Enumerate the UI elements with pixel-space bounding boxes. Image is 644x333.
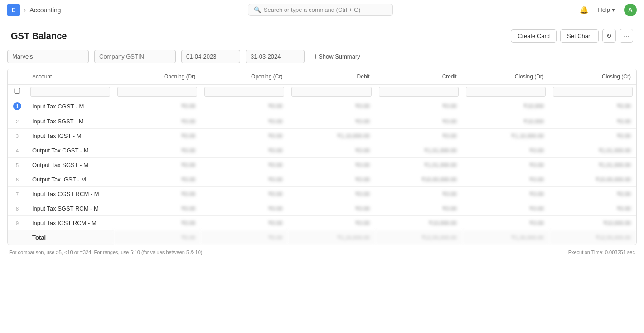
closing-cr-cell: ₹10,00,000.00 xyxy=(549,172,636,187)
row-number-cell: 1 xyxy=(8,98,27,114)
account-name-cell[interactable]: Output Tax SGST - M xyxy=(27,158,114,172)
closing-cr-cell: ₹0.00 xyxy=(549,187,636,201)
notification-bell-icon[interactable]: 🔔 xyxy=(580,5,589,14)
filter-cell-checkbox xyxy=(8,85,27,99)
closing-cr-cell: ₹0.00 xyxy=(549,98,636,114)
show-summary-checkbox[interactable] xyxy=(310,54,316,59)
account-name-cell[interactable]: Output Tax IGST - M xyxy=(27,172,114,187)
topnav-right: 🔔 Help ▾ A xyxy=(580,4,637,16)
avatar[interactable]: A xyxy=(624,4,637,16)
filter-opening-cr-input[interactable] xyxy=(204,87,284,97)
refresh-button[interactable]: ↻ xyxy=(602,29,616,43)
header-actions: Create Card Set Chart ↻ ··· xyxy=(511,29,633,43)
footer-hint: For comparison, use >5, <10 or =324. For… xyxy=(9,250,204,255)
account-name-cell[interactable]: Input Tax SGST RCM - M xyxy=(27,201,114,216)
help-button[interactable]: Help ▾ xyxy=(594,5,619,15)
debit-cell: ₹1,10,000.00 xyxy=(288,129,375,143)
filter-debit-input[interactable] xyxy=(291,87,371,97)
table-row[interactable]: 3Input Tax IGST - M₹0.00₹0.00₹1,10,000.0… xyxy=(8,129,636,143)
account-name-cell[interactable]: Input Tax IGST - M xyxy=(27,129,114,143)
closing-cr-cell: ₹1,01,000.00 xyxy=(549,143,636,158)
account-name-cell[interactable]: Input Tax IGST RCM - M xyxy=(27,216,114,230)
debit-cell: ₹0.00 xyxy=(288,216,375,230)
filters-bar: Show Summary xyxy=(7,50,637,63)
closing-cr-cell: ₹0.00 xyxy=(549,114,636,129)
closing-dr-cell: ₹0.00 xyxy=(462,187,549,201)
table-body: 1Input Tax CGST - M₹0.00₹0.00₹0.00₹0.00₹… xyxy=(8,98,636,245)
date-to-filter[interactable] xyxy=(246,50,305,63)
set-chart-button[interactable]: Set Chart xyxy=(560,29,599,43)
select-all-checkbox[interactable] xyxy=(11,88,23,94)
filter-closing-cr-input[interactable] xyxy=(553,87,633,97)
credit-cell: ₹0.00 xyxy=(375,129,462,143)
filter-account-input[interactable] xyxy=(30,87,110,97)
table-row[interactable]: 1Input Tax CGST - M₹0.00₹0.00₹0.00₹0.00₹… xyxy=(8,98,636,114)
company-filter[interactable] xyxy=(7,50,89,63)
row-number-cell: 5 xyxy=(8,158,27,172)
opening-cr-cell: ₹0.00 xyxy=(201,201,288,216)
account-name-cell[interactable]: Output Tax CGST - M xyxy=(27,143,114,158)
table-row[interactable]: 7Input Tax CGST RCM - M₹0.00₹0.00₹0.00₹0… xyxy=(8,187,636,201)
opening-dr-cell: ₹0.00 xyxy=(114,158,201,172)
filter-cell-opening-cr xyxy=(201,85,288,99)
col-header-debit: Debit xyxy=(288,69,375,85)
table-row[interactable]: 2Input Tax SGST - M₹0.00₹0.00₹0.00₹0.00₹… xyxy=(8,114,636,129)
debit-cell: ₹0.00 xyxy=(288,172,375,187)
col-header-num xyxy=(8,69,27,85)
debit-cell: ₹0.00 xyxy=(288,114,375,129)
filter-cell-account xyxy=(27,85,114,99)
search-bar[interactable]: 🔍 Search or type a command (Ctrl + G) xyxy=(248,4,393,16)
page-title: GST Balance xyxy=(11,31,67,41)
table-row[interactable]: 5Output Tax SGST - M₹0.00₹0.00₹0.00₹1,01… xyxy=(8,158,636,172)
table-row[interactable]: 6Output Tax IGST - M₹0.00₹0.00₹0.00₹10,0… xyxy=(8,172,636,187)
more-options-button[interactable]: ··· xyxy=(620,29,633,43)
app-icon[interactable]: E xyxy=(7,4,20,16)
opening-cr-cell: ₹0.00 xyxy=(201,216,288,230)
search-icon: 🔍 xyxy=(254,6,261,13)
col-header-account: Account xyxy=(27,69,114,85)
filter-credit-input[interactable] xyxy=(379,87,459,97)
closing-dr-cell: ₹10,000 xyxy=(462,114,549,129)
create-card-button[interactable]: Create Card xyxy=(511,29,557,43)
total-opening_cr-cell: ₹0.00 xyxy=(201,230,288,245)
gstin-filter[interactable] xyxy=(94,50,176,63)
total-credit-cell: ₹12,55,000.00 xyxy=(375,230,462,245)
show-summary-label: Show Summary xyxy=(319,53,360,60)
filter-closing-dr-input[interactable] xyxy=(466,87,546,97)
total-closing_dr-cell: ₹1,30,000.00 xyxy=(462,230,549,245)
opening-cr-cell: ₹0.00 xyxy=(201,143,288,158)
opening-cr-cell: ₹0.00 xyxy=(201,98,288,114)
closing-dr-cell: ₹1,10,000.00 xyxy=(462,129,549,143)
gst-balance-table: Account Opening (Dr) Opening (Cr) Debit … xyxy=(8,69,636,245)
closing-dr-cell: ₹0.00 xyxy=(462,143,549,158)
account-name-cell[interactable]: Input Tax CGST RCM - M xyxy=(27,187,114,201)
account-name-cell[interactable]: Input Tax CGST - M xyxy=(27,98,114,114)
row-number-cell: 8 xyxy=(8,201,27,216)
closing-dr-cell: ₹0.00 xyxy=(462,172,549,187)
opening-dr-cell: ₹0.00 xyxy=(114,143,201,158)
opening-dr-cell: ₹0.00 xyxy=(114,98,201,114)
table-container: Account Opening (Dr) Opening (Cr) Debit … xyxy=(7,69,637,245)
table-row[interactable]: 8Input Tax SGST RCM - M₹0.00₹0.00₹0.00₹0… xyxy=(8,201,636,216)
row-number-cell: 4 xyxy=(8,143,27,158)
col-header-opening-cr: Opening (Cr) xyxy=(201,69,288,85)
debit-cell: ₹0.00 xyxy=(288,98,375,114)
filter-cell-debit xyxy=(288,85,375,99)
breadcrumb-accounting[interactable]: Accounting xyxy=(29,6,61,14)
total-opening_dr-cell: ₹0.00 xyxy=(114,230,201,245)
total-label-cell: Total xyxy=(27,230,114,245)
table-row[interactable]: 9Input Tax IGST RCM - M₹0.00₹0.00₹0.00₹1… xyxy=(8,216,636,230)
filter-cell-closing-cr xyxy=(549,85,636,99)
date-from-filter[interactable] xyxy=(181,50,240,63)
opening-dr-cell: ₹0.00 xyxy=(114,129,201,143)
filter-opening-dr-input[interactable] xyxy=(117,87,197,97)
footer-execution-time: Execution Time: 0.003251 sec xyxy=(568,250,635,255)
col-header-closing-cr: Closing (Cr) xyxy=(549,69,636,85)
table-row[interactable]: 4Output Tax CGST - M₹0.00₹0.00₹0.00₹1,01… xyxy=(8,143,636,158)
closing-dr-cell: ₹10,000 xyxy=(462,98,549,114)
account-name-cell[interactable]: Input Tax SGST - M xyxy=(27,114,114,129)
credit-cell: ₹10,00,000.00 xyxy=(375,172,462,187)
debit-cell: ₹0.00 xyxy=(288,201,375,216)
total-row: Total₹0.00₹0.00₹1,10,000.00₹12,55,000.00… xyxy=(8,230,636,245)
closing-cr-cell: ₹0.00 xyxy=(549,129,636,143)
